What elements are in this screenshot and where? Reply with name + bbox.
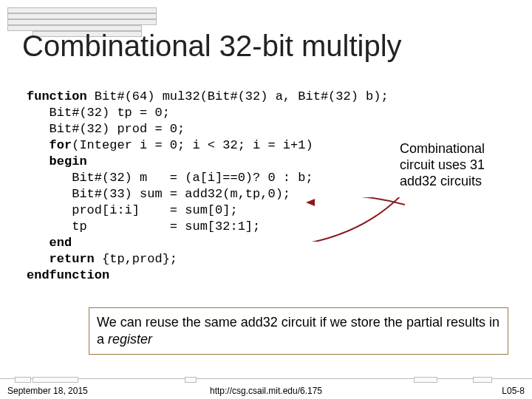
code-line: Bit#(64) mul32(Bit#(32) a, Bit#(32) b); bbox=[87, 89, 389, 103]
code-indent bbox=[27, 138, 50, 152]
kw-return: return bbox=[50, 252, 95, 266]
code-line: Bit#(32) tp = 0; bbox=[27, 106, 170, 120]
code-line: Bit#(32) prod = 0; bbox=[27, 122, 185, 136]
code-line: Bit#(33) sum = add32(m,tp,0); bbox=[27, 187, 290, 201]
code-block: function Bit#(64) mul32(Bit#(32) a, Bit#… bbox=[27, 89, 389, 284]
code-line: (Integer i = 0; i < 32; i = i+1) bbox=[72, 138, 313, 152]
slide-title: Combinational 32-bit multiply bbox=[22, 30, 517, 63]
footer-page: L05-8 bbox=[502, 386, 525, 396]
code-line: Bit#(32) m = (a[i]==0)? 0 : b; bbox=[27, 171, 313, 185]
callout-text: We can reuse the same add32 circuit if w… bbox=[97, 315, 499, 347]
kw-for: for bbox=[50, 138, 72, 152]
annotation-text: Combinational circuit uses 31 add32 circ… bbox=[400, 140, 514, 189]
kw-begin: begin bbox=[27, 154, 87, 168]
kw-function: function bbox=[27, 89, 87, 103]
callout-emph: register bbox=[108, 332, 152, 347]
code-line: prod[i:i] = sum[0]; bbox=[27, 203, 238, 217]
code-line: {tp,prod}; bbox=[95, 252, 177, 266]
callout-box: We can reuse the same add32 circuit if w… bbox=[89, 307, 508, 355]
footer-decoration bbox=[0, 375, 532, 383]
footer-url: http://csg.csail.mit.edu/6.175 bbox=[0, 386, 532, 396]
kw-end: end bbox=[27, 236, 72, 250]
code-indent bbox=[27, 252, 50, 266]
code-line: tp = sum[32:1]; bbox=[27, 219, 260, 233]
kw-endfunction: endfunction bbox=[27, 268, 109, 282]
